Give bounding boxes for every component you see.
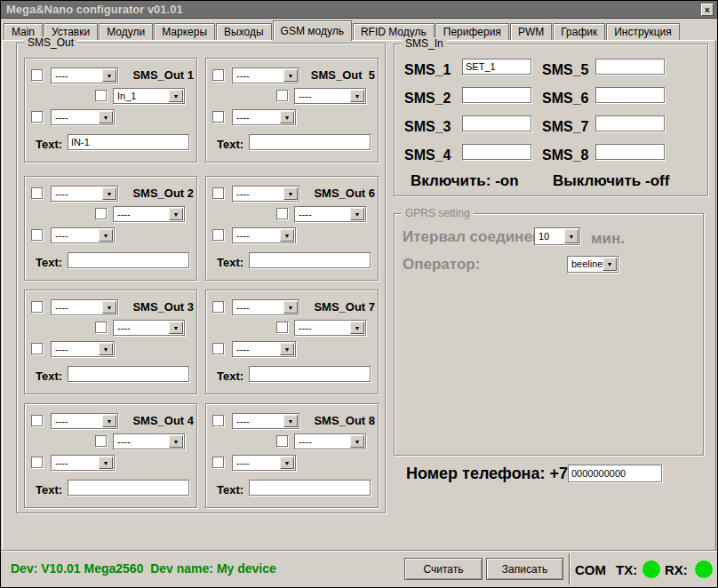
source-select[interactable]: ----▼ [113, 433, 185, 449]
checkbox[interactable] [276, 435, 288, 447]
source-select[interactable]: ----▼ [51, 341, 115, 357]
tab-gsm-module[interactable]: GSM модуль [273, 20, 352, 41]
checkbox[interactable] [31, 301, 43, 313]
sms6-input[interactable] [595, 87, 665, 103]
source-select[interactable]: ----▼ [232, 68, 299, 83]
tab-pwm[interactable]: PWM [510, 23, 552, 40]
chevron-down-icon: ▼ [280, 229, 294, 242]
source-select[interactable]: ----▼ [232, 455, 296, 471]
chevron-down-icon: ▼ [169, 208, 183, 220]
sms-text-input[interactable] [68, 480, 189, 496]
checkbox[interactable] [212, 457, 224, 468]
sms-out-group-caption: SMS_Out [24, 36, 77, 49]
source-select[interactable]: ----▼ [232, 299, 299, 315]
chevron-down-icon: ▼ [102, 301, 116, 314]
checkbox[interactable] [212, 343, 224, 354]
source-select[interactable]: ----▼ [232, 109, 296, 125]
source-select[interactable]: ----▼ [51, 299, 118, 315]
sms-out-block-1: ----▼ SMS_Out 1 In_1▼ ----▼ Text: [24, 58, 197, 163]
checkbox[interactable] [95, 322, 107, 333]
sms-text-input[interactable] [249, 480, 371, 496]
checkbox[interactable] [31, 111, 43, 123]
phone-input[interactable] [568, 465, 662, 482]
tab-vyhody[interactable]: Выходы [216, 23, 272, 40]
tab-markery[interactable]: Маркеры [154, 23, 215, 40]
block-title: SMS_Out 4 [132, 414, 194, 427]
sms7-input[interactable] [595, 115, 665, 131]
sms-out-block-2: ----▼ SMS_Out 2 ----▼ ----▼ Text: [24, 176, 197, 281]
source-select[interactable]: ----▼ [232, 341, 296, 357]
source-select[interactable]: ----▼ [51, 227, 115, 243]
checkbox[interactable] [31, 457, 43, 468]
source-select[interactable]: ----▼ [294, 88, 366, 104]
close-button[interactable]: × [701, 4, 714, 16]
checkbox[interactable] [276, 208, 288, 219]
interval-unit: мин. [591, 230, 625, 248]
interval-select[interactable]: 10 ▼ [534, 227, 580, 245]
source-select[interactable]: ----▼ [51, 109, 115, 125]
source-select[interactable]: ----▼ [51, 455, 115, 471]
checkbox[interactable] [212, 229, 224, 241]
chevron-down-icon: ▼ [169, 322, 183, 334]
sms-text-input[interactable] [68, 366, 189, 382]
source-select[interactable]: ----▼ [232, 413, 299, 429]
rx-led-indicator [695, 560, 713, 578]
sms4-input[interactable] [462, 144, 531, 160]
sms-out-block-7: ----▼ SMS_Out 7 ----▼ ----▼ Text: [205, 290, 379, 394]
sms2-input[interactable] [462, 87, 531, 103]
sms1-input[interactable] [462, 59, 531, 75]
checkbox[interactable] [276, 90, 288, 101]
sms-out-block-4: ----▼ SMS_Out 4 ----▼ ----▼ Text: [24, 403, 197, 508]
block-title: SMS_Out 2 [132, 187, 194, 200]
sms3-input[interactable] [462, 115, 531, 131]
source-select[interactable]: ----▼ [51, 68, 118, 83]
sms5-input[interactable] [595, 59, 665, 75]
source-select[interactable]: ----▼ [294, 433, 366, 449]
source-select[interactable]: In_1▼ [113, 88, 185, 104]
write-button[interactable]: Записать [486, 558, 563, 580]
sms-text-input[interactable] [68, 134, 189, 150]
checkbox[interactable] [31, 415, 43, 426]
checkbox[interactable] [95, 435, 107, 447]
tab-instrukciya[interactable]: Инструкция [606, 23, 680, 40]
chevron-down-icon: ▼ [602, 258, 617, 271]
source-select[interactable]: ----▼ [51, 186, 118, 202]
checkbox[interactable] [95, 90, 107, 101]
sms-text-input[interactable] [249, 366, 371, 382]
checkbox[interactable] [212, 111, 224, 123]
source-select[interactable]: ----▼ [294, 206, 366, 222]
sms-out-block-3: ----▼ SMS_Out 3 ----▼ ----▼ Text: [24, 290, 197, 394]
sms-text-input[interactable] [249, 134, 371, 150]
sms-text-input[interactable] [249, 252, 371, 268]
source-select[interactable]: ----▼ [113, 206, 185, 222]
sms-text-input[interactable] [68, 252, 189, 268]
checkbox[interactable] [276, 322, 288, 333]
app-window: Mega&Nano configurator v01.01 × Main Уст… [0, 0, 718, 588]
source-select[interactable]: ----▼ [232, 186, 299, 202]
tab-moduli[interactable]: Модули [99, 23, 153, 40]
source-select[interactable]: ----▼ [51, 413, 118, 429]
checkbox[interactable] [31, 343, 43, 354]
source-select[interactable]: ----▼ [232, 227, 296, 243]
checkbox[interactable] [31, 69, 43, 81]
tab-grafik[interactable]: График [553, 23, 605, 40]
block-title: SMS_Out 7 [314, 300, 375, 314]
checkbox[interactable] [212, 415, 224, 426]
chevron-down-icon: ▼ [564, 229, 578, 243]
checkbox[interactable] [31, 187, 43, 199]
statusbar-divider [569, 553, 570, 584]
chevron-down-icon: ▼ [102, 415, 116, 427]
sms4-label: SMS_4 [404, 147, 451, 163]
source-select[interactable]: ----▼ [294, 320, 366, 336]
sms8-input[interactable] [595, 144, 665, 160]
operator-select[interactable]: beeline ▼ [567, 256, 618, 273]
checkbox[interactable] [31, 229, 43, 241]
chevron-down-icon: ▼ [280, 457, 294, 469]
checkbox[interactable] [212, 301, 224, 313]
read-button[interactable]: Считать [404, 558, 483, 580]
source-select[interactable]: ----▼ [113, 320, 185, 336]
checkbox[interactable] [212, 187, 224, 199]
checkbox[interactable] [212, 69, 224, 81]
checkbox[interactable] [95, 208, 107, 219]
phone-label: Номер телефона: +7 [406, 465, 568, 483]
